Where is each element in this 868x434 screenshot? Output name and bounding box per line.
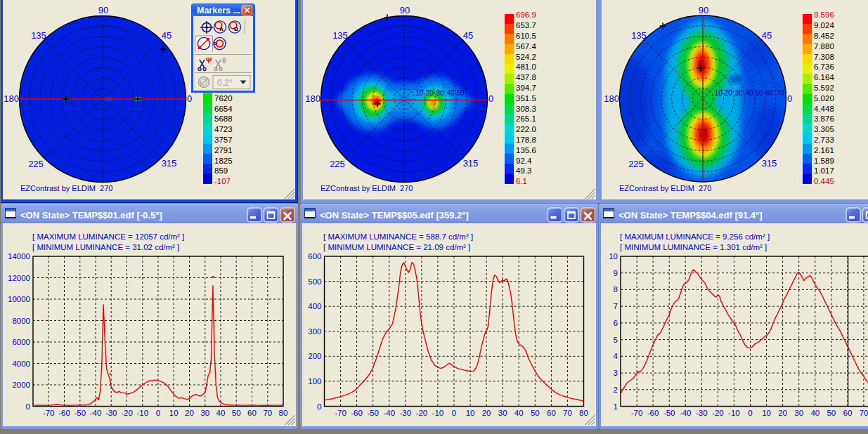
svg-text:-70: -70 xyxy=(631,409,643,417)
svg-text:90: 90 xyxy=(699,5,708,15)
svg-text:3: 3 xyxy=(614,369,618,377)
svg-text:80: 80 xyxy=(279,409,288,417)
svg-text:45: 45 xyxy=(762,30,772,41)
svg-text:6000: 6000 xyxy=(12,338,30,346)
svg-text:-60: -60 xyxy=(351,409,363,417)
svg-text:4.448: 4.448 xyxy=(814,105,834,113)
svg-text:2.161: 2.161 xyxy=(814,146,834,154)
svg-text:696.9: 696.9 xyxy=(516,11,536,19)
svg-text:100: 100 xyxy=(308,377,321,386)
svg-text:50: 50 xyxy=(755,89,763,97)
svg-text:225: 225 xyxy=(28,159,44,169)
svg-text:0.445: 0.445 xyxy=(814,177,834,185)
svg-text:-10: -10 xyxy=(728,409,740,417)
svg-text:222.0: 222.0 xyxy=(516,125,536,133)
svg-text:6.736: 6.736 xyxy=(814,63,834,71)
svg-text:180: 180 xyxy=(4,93,19,104)
svg-text:10: 10 xyxy=(466,409,475,417)
svg-text:351.5: 351.5 xyxy=(516,94,536,103)
svg-text:50: 50 xyxy=(232,409,241,417)
svg-text:-50: -50 xyxy=(663,409,675,417)
svg-text:-20: -20 xyxy=(121,409,133,417)
svg-text:-107: -107 xyxy=(214,177,231,185)
svg-text:859: 859 xyxy=(214,166,228,175)
svg-text:70: 70 xyxy=(563,409,572,417)
svg-text:-20: -20 xyxy=(712,409,724,417)
svg-text:-70: -70 xyxy=(43,409,55,417)
svg-text:[ MINIMUM LUMINANCE = 21.09 cd: [ MINIMUM LUMINANCE = 21.09 cd/m² ] xyxy=(323,243,470,251)
svg-text:[ MAXIMUM LUMINANCE = 9.256 cd: [ MAXIMUM LUMINANCE = 9.256 cd/m² ] xyxy=(620,232,770,241)
svg-text:7: 7 xyxy=(614,302,618,310)
svg-text:40: 40 xyxy=(745,89,753,97)
svg-text:5688: 5688 xyxy=(214,114,233,123)
svg-text:A: A xyxy=(219,26,224,32)
svg-text:3.305: 3.305 xyxy=(814,125,834,133)
svg-text:EZContrast by ELDIM 270: EZContrast by ELDIM 270 xyxy=(320,184,413,192)
svg-text:7620: 7620 xyxy=(214,94,233,103)
svg-text:7.880: 7.880 xyxy=(814,42,834,51)
svg-text:2.733: 2.733 xyxy=(814,136,834,144)
svg-text:10: 10 xyxy=(762,409,771,417)
svg-text:4: 4 xyxy=(614,352,618,360)
svg-text:5.592: 5.592 xyxy=(814,84,834,92)
svg-text:567.4: 567.4 xyxy=(516,42,536,51)
svg-text:4723: 4723 xyxy=(214,125,233,133)
svg-text:-10: -10 xyxy=(432,409,444,417)
svg-text:45: 45 xyxy=(463,30,473,41)
svg-text:[ MINIMUM LUMINANCE = 31.02 cd: [ MINIMUM LUMINANCE = 31.02 cd/m² ] xyxy=(32,243,179,251)
svg-text:9.596: 9.596 xyxy=(814,11,834,19)
svg-text:0.2°: 0.2° xyxy=(217,78,233,88)
svg-text:2: 2 xyxy=(614,386,618,394)
svg-text:50: 50 xyxy=(456,89,465,97)
svg-text:0: 0 xyxy=(488,93,493,104)
svg-text:180: 180 xyxy=(305,93,320,104)
svg-text:3757: 3757 xyxy=(214,136,233,144)
svg-text:20: 20 xyxy=(482,409,491,417)
svg-text:225: 225 xyxy=(330,159,345,169)
svg-text:50: 50 xyxy=(827,409,836,417)
svg-text:θ: θ xyxy=(222,57,226,65)
svg-text:0: 0 xyxy=(187,93,192,104)
svg-text:225: 225 xyxy=(628,159,644,169)
svg-text:70: 70 xyxy=(776,89,784,97)
svg-text:[ MINIMUM LUMINANCE = 1.301 cd: [ MINIMUM LUMINANCE = 1.301 cd/m² ] xyxy=(620,243,767,251)
svg-text:14000: 14000 xyxy=(8,252,30,261)
svg-text:9.024: 9.024 xyxy=(814,21,834,29)
svg-text:8.452: 8.452 xyxy=(814,32,834,40)
svg-text:135.6: 135.6 xyxy=(516,146,536,154)
svg-text:1.017: 1.017 xyxy=(814,166,834,175)
svg-text:308.3: 308.3 xyxy=(516,105,536,113)
svg-text:-60: -60 xyxy=(647,409,659,417)
svg-text:EZContrast by ELDIM 270: EZContrast by ELDIM 270 xyxy=(20,184,112,192)
svg-text:20: 20 xyxy=(778,409,787,417)
svg-text:-50: -50 xyxy=(74,409,86,417)
svg-text:Markers ...: Markers ... xyxy=(197,6,240,15)
svg-text:3.876: 3.876 xyxy=(814,114,834,123)
svg-text:30: 30 xyxy=(734,89,743,97)
svg-text:92.4: 92.4 xyxy=(516,157,532,165)
svg-text:265.1: 265.1 xyxy=(516,114,536,123)
svg-text:60: 60 xyxy=(547,409,556,417)
svg-text:135: 135 xyxy=(332,30,348,41)
svg-text:-30: -30 xyxy=(696,409,708,417)
svg-text:EZContrast by ELDIM 270: EZContrast by ELDIM 270 xyxy=(619,184,711,192)
svg-text:-40: -40 xyxy=(90,409,102,417)
svg-text:60: 60 xyxy=(843,409,853,417)
svg-text:0: 0 xyxy=(317,402,321,411)
svg-text:5.020: 5.020 xyxy=(814,94,834,103)
svg-text:135: 135 xyxy=(631,30,647,41)
svg-text:437.8: 437.8 xyxy=(516,73,536,81)
svg-text:315: 315 xyxy=(463,158,479,169)
svg-text:5: 5 xyxy=(614,336,618,344)
svg-text:-40: -40 xyxy=(383,409,395,417)
svg-text:0: 0 xyxy=(748,409,752,417)
svg-text:6654: 6654 xyxy=(214,105,233,113)
svg-text:12000: 12000 xyxy=(8,274,30,282)
svg-text:<ON State> TEMP$$01.edf [-0.5°: <ON State> TEMP$$01.edf [-0.5°] xyxy=(20,210,162,221)
svg-text:90: 90 xyxy=(98,5,108,15)
svg-text:30: 30 xyxy=(794,409,803,417)
svg-text:524.2: 524.2 xyxy=(516,53,536,61)
svg-text:0: 0 xyxy=(156,409,160,417)
svg-text:8000: 8000 xyxy=(12,317,30,325)
svg-text:315: 315 xyxy=(762,158,777,169)
